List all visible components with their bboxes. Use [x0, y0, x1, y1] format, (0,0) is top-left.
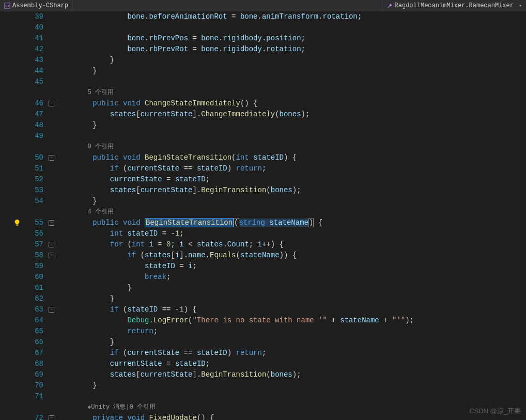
nav-assembly-label: Assembly-CSharp: [12, 2, 68, 9]
csharp-icon: C#: [4, 3, 10, 9]
watermark: CSDN @凉_开果: [469, 407, 521, 416]
fold-toggle[interactable]: −: [49, 307, 54, 313]
fold-toggle[interactable]: −: [49, 101, 54, 106]
line-number-gutter: 39 40 41 42 43 44 45 46 47 48 49 50 51 5…: [23, 11, 48, 420]
code-editor[interactable]: 39 40 41 42 43 44 45 46 47 48 49 50 51 5…: [0, 11, 526, 420]
codelens-references[interactable]: 4 个引用: [58, 207, 526, 217]
fold-toggle[interactable]: −: [49, 220, 54, 226]
nav-assembly[interactable]: C# Assembly-CSharp: [0, 0, 73, 11]
svg-text:C#: C#: [5, 4, 10, 8]
code-content[interactable]: bone.beforeAnimationRot = bone.animTrans…: [58, 11, 526, 420]
fold-toggle[interactable]: −: [49, 242, 54, 247]
nav-class-label: RagdollMecanimMixer.RamecanMixer: [395, 2, 514, 9]
fold-toggle[interactable]: −: [49, 155, 54, 161]
lightbulb-icon[interactable]: [13, 219, 21, 226]
chevron-down-icon: ▾: [519, 3, 522, 9]
codelens-references[interactable]: 5 个引用: [58, 87, 526, 98]
fold-toggle[interactable]: −: [49, 415, 54, 420]
fold-column: − − − − − − −: [48, 11, 58, 420]
codelens-references[interactable]: 0 个引用: [58, 142, 526, 152]
codelens-unity[interactable]: ◆Unity 消息|0 个引用: [58, 402, 526, 413]
fold-toggle[interactable]: −: [49, 253, 54, 258]
nav-class[interactable]: RagdollMecanimMixer.RamecanMixer ▾: [382, 0, 526, 11]
breadcrumb-bar: C# Assembly-CSharp RagdollMecanimMixer.R…: [0, 0, 526, 11]
margin-col: [0, 11, 23, 420]
wrench-icon: [386, 3, 393, 9]
